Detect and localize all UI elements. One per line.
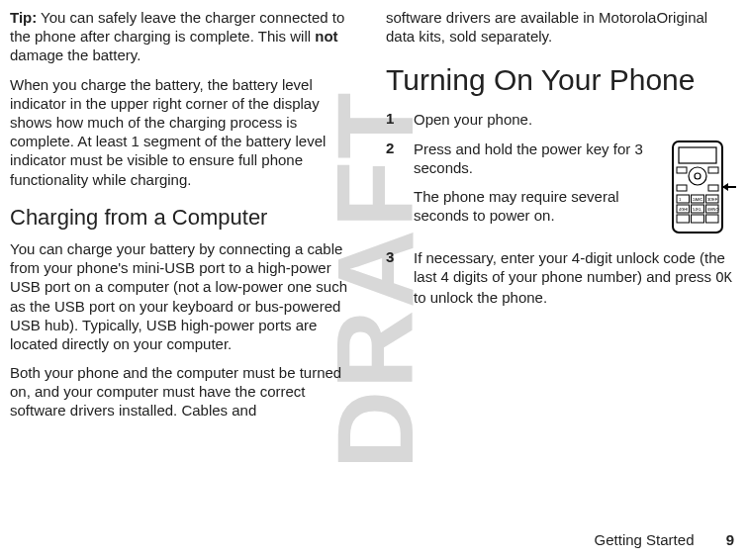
step-2: 2 Press and hold the power key for 3 sec… <box>386 140 738 238</box>
tip-label: Tip: <box>10 9 37 26</box>
svg-text:3DEF: 3DEF <box>707 197 718 202</box>
svg-rect-14 <box>677 215 690 223</box>
footer-section: Getting Started <box>595 531 695 548</box>
footer-page-number: 9 <box>726 531 734 548</box>
step-3-body: If necessary, enter your 4-digit unlock … <box>414 248 738 307</box>
svg-text:5JKL: 5JKL <box>693 207 702 212</box>
svg-text:4GHI: 4GHI <box>679 207 688 212</box>
svg-point-3 <box>695 173 701 179</box>
tip-text1: You can safely leave the charger connect… <box>10 9 344 45</box>
step-2-subtext: The phone may require several seconds to… <box>414 187 645 225</box>
phone-illustration: 1 2ABC 3DEF 4GHI 5JKL 6MNO <box>667 140 738 238</box>
svg-rect-4 <box>677 167 687 173</box>
svg-rect-6 <box>677 185 687 191</box>
column-left: Tip: You can safely leave the charger co… <box>10 8 362 513</box>
tip-not: not <box>315 28 337 45</box>
step-3-text-b: to unlock the phone. <box>414 289 547 306</box>
page-footer: Getting Started 9 <box>595 531 734 548</box>
drivers-paragraph: Both your phone and the computer must be… <box>10 363 362 420</box>
step-3-number: 3 <box>386 248 400 307</box>
svg-rect-1 <box>679 147 716 163</box>
step-2-body: Press and hold the power key for 3 secon… <box>414 140 645 226</box>
step-3-text-a: If necessary, enter your 4-digit unlock … <box>414 249 725 285</box>
tip-text2: damage the battery. <box>10 47 140 63</box>
charging-indicator-paragraph: When you charge the battery, the battery… <box>10 75 362 189</box>
ok-key-label: OK <box>715 270 732 286</box>
page-columns: Tip: You can safely leave the charger co… <box>10 8 738 513</box>
svg-rect-15 <box>692 215 704 223</box>
svg-text:2ABC: 2ABC <box>693 197 703 202</box>
step-2-text: Press and hold the power key for 3 secon… <box>414 140 645 177</box>
usb-charging-paragraph: You can charge your battery by connectin… <box>10 239 362 353</box>
step-1: 1 Open your phone. <box>386 110 738 129</box>
svg-text:6MNO: 6MNO <box>707 207 719 212</box>
step-1-number: 1 <box>386 110 400 129</box>
heading-charging-from-computer: Charging from a Computer <box>10 205 362 230</box>
phone-icon: 1 2ABC 3DEF 4GHI 5JKL 6MNO <box>667 140 738 234</box>
column-right: software drivers are available in Motoro… <box>386 8 738 513</box>
svg-rect-5 <box>708 167 718 173</box>
svg-rect-7 <box>708 185 718 191</box>
tip-paragraph: Tip: You can safely leave the charger co… <box>10 8 362 65</box>
svg-rect-16 <box>706 215 719 223</box>
step-2-number: 2 <box>386 140 400 156</box>
heading-turning-on-phone: Turning On Your Phone <box>386 63 738 96</box>
drivers-continuation-paragraph: software drivers are available in Motoro… <box>386 8 738 46</box>
step-1-text: Open your phone. <box>414 110 738 129</box>
step-3: 3 If necessary, enter your 4-digit unloc… <box>386 248 738 307</box>
